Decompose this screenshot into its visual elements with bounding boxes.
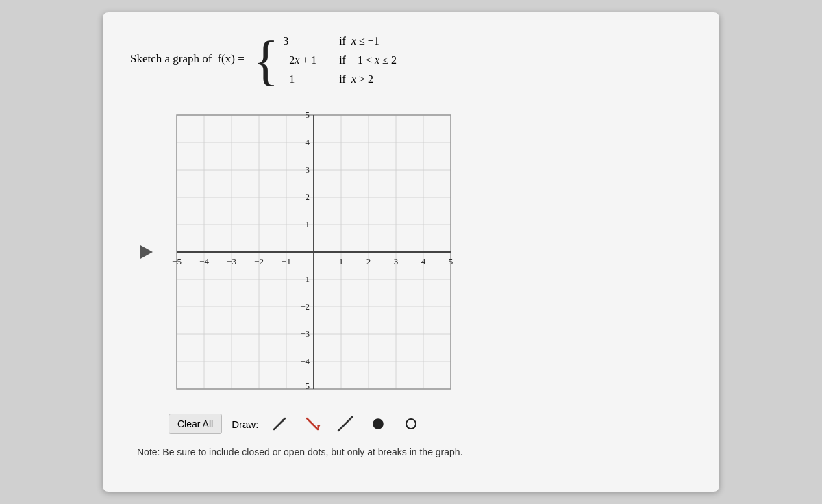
function-name: f(x) = <box>217 33 244 66</box>
case-2-cond: if −1 < x ≤ 2 <box>339 52 421 68</box>
case-1-expr: 3 <box>283 33 331 49</box>
case-3-cond: if x > 2 <box>339 71 421 88</box>
svg-text:−5: −5 <box>300 381 310 391</box>
problem-statement: Sketch a graph of f(x) = { 3 if x ≤ −1 −… <box>130 33 692 88</box>
svg-text:4: 4 <box>306 137 310 147</box>
svg-text:4: 4 <box>421 256 426 266</box>
svg-text:1: 1 <box>306 219 310 229</box>
case-1-cond: if x ≤ −1 <box>339 33 421 49</box>
line-down-icon <box>303 414 322 433</box>
svg-text:5: 5 <box>449 256 453 266</box>
sketch-label: Sketch a graph of <box>130 33 212 66</box>
piecewise-function: { 3 if x ≤ −1 −2x + 1 if −1 < x ≤ 2 −1 i… <box>253 33 421 88</box>
grid-container[interactable]: −5 −4 −3 −2 −1 1 2 3 4 5 5 4 3 <box>163 101 464 403</box>
svg-text:2: 2 <box>366 256 371 266</box>
case-2-expr: −2x + 1 <box>283 52 331 68</box>
line-up-icon <box>270 414 289 433</box>
svg-text:−1: −1 <box>282 256 291 266</box>
filled-dot-tool[interactable] <box>366 412 390 436</box>
draw-label: Draw: <box>232 418 258 430</box>
graph-area: −5 −4 −3 −2 −1 1 2 3 4 5 5 4 3 <box>137 101 692 403</box>
svg-text:−2: −2 <box>254 256 264 266</box>
svg-text:−1: −1 <box>300 274 310 284</box>
svg-point-48 <box>373 419 383 429</box>
svg-text:3: 3 <box>394 256 399 266</box>
cases-list: 3 if x ≤ −1 −2x + 1 if −1 < x ≤ 2 −1 if … <box>283 33 421 88</box>
page: Sketch a graph of f(x) = { 3 if x ≤ −1 −… <box>103 12 719 492</box>
svg-text:−4: −4 <box>199 256 209 266</box>
svg-text:−3: −3 <box>227 256 236 266</box>
x-axis-labels: −5 −4 −3 −2 −1 1 2 3 4 5 <box>172 256 453 266</box>
note-text: Note: Be sure to include closed or open … <box>137 446 692 457</box>
case-row-2: −2x + 1 if −1 < x ≤ 2 <box>283 52 421 68</box>
line-diagonal-tool[interactable] <box>334 412 357 436</box>
case-row-3: −1 if x > 2 <box>283 71 421 88</box>
play-triangle-icon <box>140 245 153 259</box>
line-diagonal-icon <box>336 414 355 433</box>
svg-text:−5: −5 <box>172 256 182 266</box>
case-row-1: 3 if x ≤ −1 <box>283 33 421 49</box>
line-down-tool[interactable] <box>301 412 324 436</box>
filled-dot-icon <box>369 414 388 433</box>
svg-text:3: 3 <box>306 164 310 175</box>
svg-line-44 <box>307 418 318 429</box>
open-dot-icon <box>401 414 421 433</box>
svg-point-49 <box>406 419 416 429</box>
svg-text:−4: −4 <box>300 356 310 366</box>
y-axis-labels: 5 4 3 2 1 −1 −2 −3 −4 −5 <box>300 110 310 391</box>
svg-text:1: 1 <box>339 256 344 266</box>
line-up-tool[interactable] <box>268 412 291 436</box>
case-3-expr: −1 <box>283 71 331 88</box>
coordinate-grid[interactable]: −5 −4 −3 −2 −1 1 2 3 4 5 5 4 3 <box>163 101 464 403</box>
svg-text:5: 5 <box>306 110 310 120</box>
svg-text:−3: −3 <box>300 329 310 339</box>
open-brace: { <box>253 33 279 88</box>
svg-text:−2: −2 <box>300 301 310 312</box>
play-button[interactable] <box>137 242 156 262</box>
toolbar: Clear All Draw: <box>169 412 692 436</box>
open-dot-tool[interactable] <box>399 412 423 436</box>
clear-all-button[interactable]: Clear All <box>169 414 222 434</box>
svg-text:2: 2 <box>306 192 310 202</box>
